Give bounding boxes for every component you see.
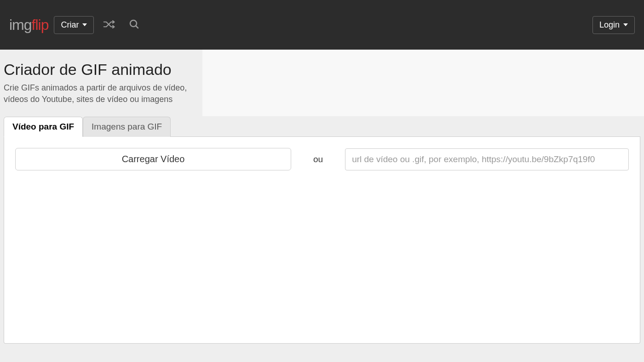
chevron-down-icon	[82, 23, 87, 26]
create-button-label: Criar	[61, 20, 79, 30]
page-subtitle: Crie GIFs animados a partir de arquivos …	[4, 82, 199, 105]
create-button[interactable]: Criar	[54, 16, 94, 34]
login-button[interactable]: Login	[592, 16, 635, 34]
search-button[interactable]	[125, 15, 144, 35]
logo[interactable]: imgflip	[9, 17, 48, 34]
shuffle-button[interactable]	[99, 15, 120, 35]
page-title: Criador de GIF animado	[4, 61, 199, 79]
site-header: imgflip Criar	[0, 0, 644, 50]
header-right: Login	[592, 16, 635, 34]
header-left: imgflip Criar	[9, 15, 144, 35]
shuffle-icon	[103, 19, 116, 31]
tab-video-to-gif[interactable]: Vídeo para GIF	[4, 117, 83, 137]
search-icon	[129, 19, 140, 31]
chevron-down-icon	[623, 23, 628, 26]
tab-content: Carregar Vídeo ou	[4, 137, 640, 344]
ad-space	[202, 50, 644, 116]
login-button-label: Login	[599, 20, 620, 30]
upload-row: Carregar Vídeo ou	[15, 148, 629, 170]
or-separator: ou	[291, 154, 345, 164]
title-area: Criador de GIF animado Crie GIFs animado…	[0, 50, 202, 116]
tabs-container: Vídeo para GIF Imagens para GIF Carregar…	[4, 116, 640, 344]
content-top: Criador de GIF animado Crie GIFs animado…	[0, 50, 644, 116]
video-url-input[interactable]	[345, 148, 629, 170]
svg-line-1	[136, 26, 138, 28]
upload-video-button[interactable]: Carregar Vídeo	[15, 148, 291, 170]
logo-text-img: img	[9, 17, 32, 34]
logo-text-flip: flip	[32, 17, 49, 34]
tabs: Vídeo para GIF Imagens para GIF	[4, 116, 640, 137]
tab-images-to-gif[interactable]: Imagens para GIF	[83, 117, 171, 137]
